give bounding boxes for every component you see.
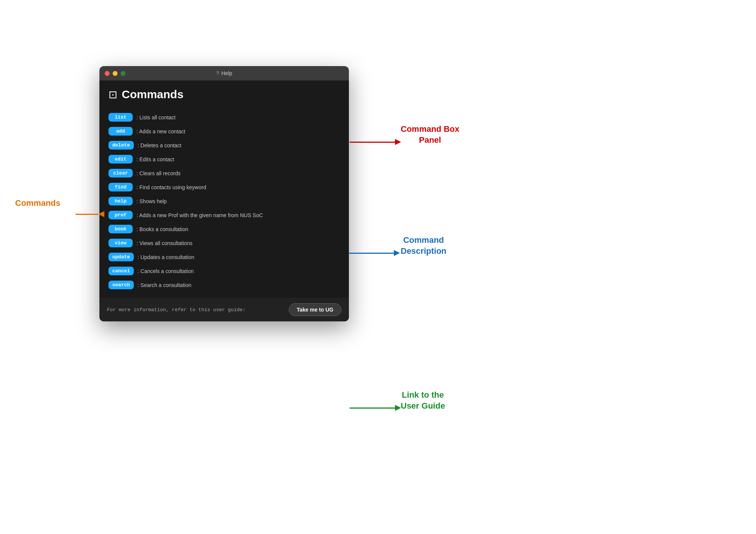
arrowhead (395, 405, 401, 411)
link-user-guide-arrow (350, 405, 401, 411)
command-description: : Cancels a consultation (138, 268, 194, 274)
command-box-panel-label: Command BoxPanel (401, 124, 459, 145)
command-description: : Edits a contact (136, 156, 174, 162)
command-description: : Find contacts using keyword (136, 184, 206, 190)
command-description: : Shows help (136, 198, 167, 204)
traffic-lights (105, 71, 125, 76)
command-row: find: Find contacts using keyword (108, 183, 338, 191)
command-row: view: Views all consultations (108, 239, 338, 247)
arrowhead (98, 211, 104, 217)
arrow-line (76, 214, 98, 215)
arrowhead (395, 139, 401, 145)
command-description: : Updates a consultation (138, 254, 194, 260)
section-header: ⊡ Commands (108, 88, 340, 104)
command-badge: cancel (108, 267, 134, 275)
command-badge: update (108, 253, 134, 261)
command-description-arrow (349, 250, 400, 256)
window-body: ⊡ Commands list: Lists all contactadd: A… (99, 80, 349, 321)
command-badge: prof (108, 211, 133, 219)
command-row: edit: Edits a contact (108, 155, 338, 164)
commands-arrow (76, 211, 104, 217)
close-button[interactable] (105, 71, 110, 76)
command-badge: clear (108, 169, 133, 177)
command-description: : Adds a new Prof with the given name fr… (136, 212, 263, 218)
commands-list[interactable]: list: Lists all contactadd: Adds a new c… (108, 113, 340, 294)
command-badge: book (108, 225, 133, 233)
arrow-line (350, 142, 395, 143)
command-badge: edit (108, 155, 133, 164)
commands-icon: ⊡ (108, 88, 117, 101)
command-badge: list (108, 113, 133, 122)
command-description: : Adds a new contact (136, 128, 185, 134)
command-row: cancel: Cancels a consultation (108, 267, 338, 275)
command-row: book: Books a consultation (108, 225, 338, 233)
command-description-label: CommandDescription (401, 235, 446, 256)
content-area: ⊡ Commands list: Lists all contactadd: A… (99, 80, 349, 298)
arrowhead (394, 250, 400, 256)
question-icon: ? (216, 70, 219, 76)
command-row: delete: Deletes a contact (108, 141, 338, 150)
command-description: : Deletes a contact (138, 142, 181, 148)
command-badge: find (108, 183, 133, 191)
bottom-bar: For more information, refer to this user… (99, 298, 349, 321)
command-description: : Clears all records (136, 170, 181, 176)
commands-label: Commands (15, 198, 60, 209)
command-badge: help (108, 197, 133, 205)
command-description: : Books a consultation (136, 226, 188, 232)
command-badge: search (108, 281, 134, 289)
command-row: list: Lists all contact (108, 113, 338, 122)
command-row: add: Adds a new contact (108, 127, 338, 136)
titlebar: ? Help (99, 66, 349, 80)
maximize-button[interactable] (121, 71, 125, 76)
take-me-to-ug-button[interactable]: Take me to UG (289, 303, 341, 316)
command-badge: view (108, 239, 133, 247)
arrow-line (350, 407, 395, 409)
link-user-guide-label: Link to theUser Guide (401, 390, 445, 411)
command-description: : Search a consultation (138, 282, 191, 288)
command-row: prof: Adds a new Prof with the given nam… (108, 211, 338, 219)
section-title: Commands (122, 88, 183, 101)
command-row: help: Shows help (108, 197, 338, 205)
command-badge: delete (108, 141, 134, 150)
titlebar-title: ? Help (216, 70, 232, 76)
command-box-panel-arrow (350, 139, 401, 145)
command-row: search: Search a consultation (108, 281, 338, 289)
help-window: ? Help ⊡ Commands list: Lists all contac… (99, 66, 349, 321)
command-row: clear: Clears all records (108, 169, 338, 177)
page-wrapper: ? Help ⊡ Commands list: Lists all contac… (0, 0, 756, 534)
command-description: : Views all consultations (136, 240, 192, 246)
command-badge: add (108, 127, 133, 136)
window-title: Help (222, 70, 232, 76)
arrow-line (349, 253, 394, 254)
command-description: : Lists all contact (136, 114, 176, 120)
minimize-button[interactable] (113, 71, 118, 76)
info-text: For more information, refer to this user… (107, 307, 246, 313)
command-row: update: Updates a consultation (108, 253, 338, 261)
